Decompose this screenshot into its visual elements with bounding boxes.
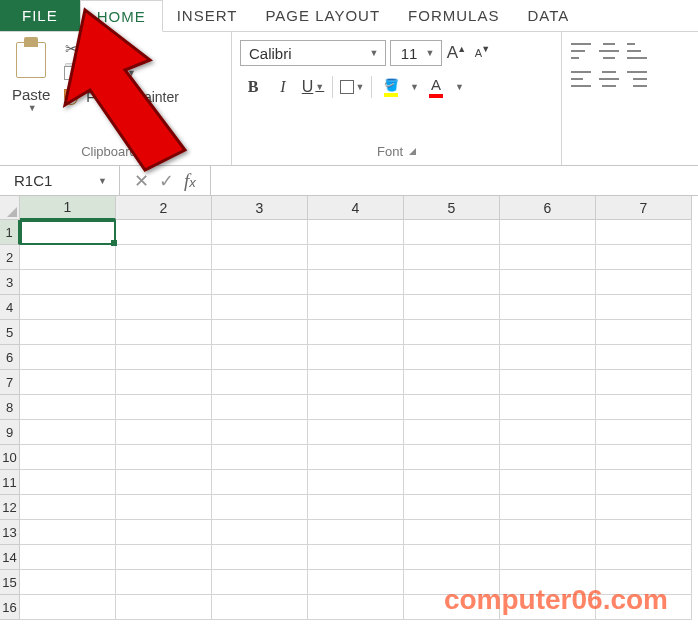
cell[interactable] — [308, 595, 404, 620]
font-size-combo[interactable]: 11 ▼ — [390, 40, 442, 66]
cell[interactable] — [20, 570, 116, 595]
cell[interactable] — [596, 470, 692, 495]
cell[interactable] — [404, 495, 500, 520]
cell[interactable] — [404, 295, 500, 320]
cell[interactable] — [308, 345, 404, 370]
cell[interactable] — [116, 270, 212, 295]
cell[interactable] — [500, 270, 596, 295]
enter-formula-icon[interactable]: ✓ — [159, 170, 174, 192]
name-box[interactable]: ▼ — [0, 166, 120, 195]
paste-button[interactable]: Paste ▼ — [8, 38, 54, 130]
cell[interactable] — [212, 270, 308, 295]
font-name-combo[interactable]: Calibri ▼ — [240, 40, 386, 66]
format-painter-button[interactable]: Format Painter — [62, 88, 179, 106]
cell[interactable] — [116, 370, 212, 395]
cell[interactable] — [404, 270, 500, 295]
cell[interactable] — [500, 470, 596, 495]
cell[interactable] — [20, 295, 116, 320]
cell[interactable] — [116, 220, 212, 245]
cell[interactable] — [308, 420, 404, 445]
cell[interactable] — [596, 245, 692, 270]
cell[interactable] — [404, 470, 500, 495]
cell[interactable] — [308, 570, 404, 595]
cell[interactable] — [500, 420, 596, 445]
cell[interactable] — [308, 320, 404, 345]
cell[interactable] — [20, 320, 116, 345]
cell[interactable] — [116, 595, 212, 620]
cell[interactable] — [404, 520, 500, 545]
row-header[interactable]: 3 — [0, 270, 20, 295]
cell[interactable] — [404, 545, 500, 570]
cell[interactable] — [116, 520, 212, 545]
cell[interactable] — [596, 545, 692, 570]
cell[interactable] — [20, 595, 116, 620]
cell[interactable] — [500, 570, 596, 595]
column-header[interactable]: 3 — [212, 196, 308, 220]
cell[interactable] — [500, 395, 596, 420]
shrink-font-button[interactable]: A▼ — [472, 42, 494, 64]
cell[interactable] — [20, 245, 116, 270]
cell[interactable] — [212, 220, 308, 245]
cell[interactable] — [20, 470, 116, 495]
cell[interactable] — [212, 470, 308, 495]
cell[interactable] — [404, 420, 500, 445]
cell[interactable] — [116, 395, 212, 420]
cell[interactable] — [404, 320, 500, 345]
font-launcher-icon[interactable] — [409, 148, 416, 155]
column-header[interactable]: 5 — [404, 196, 500, 220]
cell[interactable] — [596, 520, 692, 545]
insert-function-icon[interactable]: fx — [184, 170, 196, 192]
cell[interactable] — [116, 445, 212, 470]
column-header[interactable]: 2 — [116, 196, 212, 220]
cell[interactable] — [20, 370, 116, 395]
font-color-button[interactable]: A — [423, 74, 449, 100]
borders-button[interactable]: ▼ — [339, 74, 365, 100]
cell[interactable] — [212, 545, 308, 570]
cell[interactable] — [20, 395, 116, 420]
cell[interactable] — [596, 345, 692, 370]
row-header[interactable]: 8 — [0, 395, 20, 420]
cell[interactable] — [212, 320, 308, 345]
column-header[interactable]: 6 — [500, 196, 596, 220]
font-color-dropdown-icon[interactable]: ▼ — [455, 82, 464, 92]
cell[interactable] — [212, 295, 308, 320]
underline-button[interactable]: U▼ — [300, 74, 326, 100]
cell[interactable] — [500, 370, 596, 395]
cell[interactable] — [212, 495, 308, 520]
cell[interactable] — [596, 395, 692, 420]
select-all-corner[interactable] — [0, 196, 20, 220]
tab-insert[interactable]: INSERT — [163, 0, 252, 31]
row-header[interactable]: 5 — [0, 320, 20, 345]
cell[interactable] — [116, 245, 212, 270]
align-center-button[interactable] — [598, 70, 620, 88]
cell[interactable] — [500, 320, 596, 345]
tab-data[interactable]: DATA — [513, 0, 583, 31]
fill-color-button[interactable]: 🪣 — [378, 74, 404, 100]
cell[interactable] — [308, 520, 404, 545]
cell[interactable] — [308, 370, 404, 395]
cell[interactable] — [308, 495, 404, 520]
tab-file[interactable]: FILE — [0, 0, 80, 31]
align-middle-button[interactable] — [598, 42, 620, 60]
cancel-formula-icon[interactable]: ✕ — [134, 170, 149, 192]
row-header[interactable]: 11 — [0, 470, 20, 495]
cell[interactable] — [404, 370, 500, 395]
cell[interactable] — [500, 495, 596, 520]
cell[interactable] — [20, 545, 116, 570]
cell[interactable] — [500, 345, 596, 370]
cell[interactable] — [308, 545, 404, 570]
cell[interactable] — [212, 345, 308, 370]
cell[interactable] — [596, 570, 692, 595]
cell[interactable] — [500, 295, 596, 320]
italic-button[interactable]: I — [270, 74, 296, 100]
cell[interactable] — [212, 245, 308, 270]
row-header[interactable]: 12 — [0, 495, 20, 520]
cell[interactable] — [596, 220, 692, 245]
cell[interactable] — [116, 545, 212, 570]
cell[interactable] — [308, 245, 404, 270]
row-header[interactable]: 13 — [0, 520, 20, 545]
cell[interactable] — [20, 345, 116, 370]
cell[interactable] — [596, 320, 692, 345]
cell[interactable] — [500, 245, 596, 270]
cell[interactable] — [596, 445, 692, 470]
